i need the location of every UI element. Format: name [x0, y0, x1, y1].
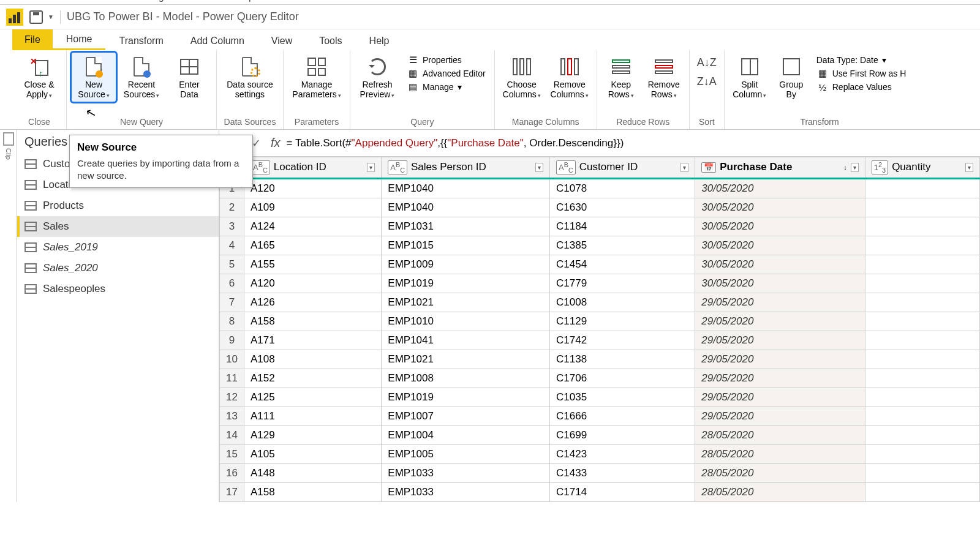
- cell-salesperson[interactable]: EMP1019: [382, 388, 550, 407]
- cell-salesperson[interactable]: EMP1040: [382, 178, 550, 198]
- cell-date[interactable]: 30/05/2020: [695, 198, 865, 217]
- cell-quantity[interactable]: [865, 236, 979, 255]
- table-row[interactable]: 15A105EMP1005C142328/05/2020: [220, 444, 980, 463]
- cell-quantity[interactable]: [865, 178, 979, 198]
- column-filter-icon[interactable]: ▾: [851, 163, 859, 172]
- cell-quantity[interactable]: [865, 293, 979, 312]
- row-number[interactable]: 9: [220, 331, 244, 350]
- row-number[interactable]: 10: [220, 350, 244, 369]
- save-icon[interactable]: [29, 10, 43, 24]
- cell-location[interactable]: A158: [244, 482, 382, 501]
- cell-date[interactable]: 29/05/2020: [695, 350, 865, 369]
- cell-location[interactable]: A158: [244, 312, 382, 331]
- cell-location[interactable]: A120: [244, 274, 382, 293]
- paste-icon[interactable]: [3, 132, 14, 146]
- row-number[interactable]: 5: [220, 255, 244, 274]
- cell-customer[interactable]: C1779: [550, 274, 695, 293]
- column-header[interactable]: ABCCustomer ID▾: [550, 157, 695, 179]
- tab-tools[interactable]: Tools: [306, 32, 355, 50]
- cell-customer[interactable]: C1433: [550, 463, 695, 482]
- tab-view[interactable]: View: [258, 32, 306, 50]
- cell-location[interactable]: A108: [244, 350, 382, 369]
- table-row[interactable]: 7A126EMP1021C100829/05/2020: [220, 293, 980, 312]
- cell-location[interactable]: A109: [244, 198, 382, 217]
- table-row[interactable]: 3A124EMP1031C118430/05/2020: [220, 217, 980, 236]
- table-row[interactable]: 1A120EMP1040C107830/05/2020: [220, 178, 980, 198]
- cell-quantity[interactable]: [865, 274, 979, 293]
- cell-date[interactable]: 29/05/2020: [695, 388, 865, 407]
- cell-date[interactable]: 28/05/2020: [695, 444, 865, 463]
- table-row[interactable]: 2A109EMP1040C163030/05/2020: [220, 198, 980, 217]
- column-header[interactable]: ABCLocation ID▾: [244, 157, 382, 179]
- cell-date[interactable]: 29/05/2020: [695, 369, 865, 388]
- table-row[interactable]: 12A125EMP1019C103529/05/2020: [220, 388, 980, 407]
- cell-customer[interactable]: C1129: [550, 312, 695, 331]
- table-row[interactable]: 16A148EMP1033C143328/05/2020: [220, 463, 980, 482]
- data-grid[interactable]: ▾ABCLocation ID▾ABCSales Person ID▾ABCCu…: [219, 157, 980, 502]
- cell-customer[interactable]: C1630: [550, 198, 695, 217]
- refresh-preview-button[interactable]: Refresh Preview▾: [355, 53, 399, 102]
- column-filter-icon[interactable]: ▾: [367, 163, 375, 172]
- cell-quantity[interactable]: [865, 217, 979, 236]
- cell-quantity[interactable]: [865, 369, 979, 388]
- type-icon[interactable]: ABC: [388, 160, 407, 174]
- keep-rows-button[interactable]: Keep Rows▾: [602, 53, 640, 102]
- advanced-editor-button[interactable]: ▦Advanced Editor: [403, 67, 489, 80]
- row-number[interactable]: 15: [220, 444, 244, 463]
- row-number[interactable]: 6: [220, 274, 244, 293]
- cell-quantity[interactable]: [865, 198, 979, 217]
- enter-data-button[interactable]: Enter Data: [167, 53, 211, 102]
- data-type-button[interactable]: Data Type: Date▾: [813, 54, 910, 66]
- query-item[interactable]: Products: [17, 195, 219, 216]
- table-row[interactable]: 9A171EMP1041C174229/05/2020: [220, 331, 980, 350]
- sort-desc-icon[interactable]: Z↓A: [697, 75, 717, 88]
- cell-location[interactable]: A105: [244, 444, 382, 463]
- query-item[interactable]: Salespeoples: [17, 279, 219, 299]
- row-number[interactable]: 16: [220, 463, 244, 482]
- column-header[interactable]: 123Quantity▾: [865, 157, 979, 179]
- cell-date[interactable]: 30/05/2020: [695, 178, 865, 198]
- close-apply-button[interactable]: ✕↑ Close & Apply▾: [17, 53, 61, 102]
- table-row[interactable]: 4A165EMP1015C138530/05/2020: [220, 236, 980, 255]
- qat-dropdown-icon[interactable]: ▼: [48, 13, 54, 20]
- cell-salesperson[interactable]: EMP1041: [382, 331, 550, 350]
- cell-quantity[interactable]: [865, 407, 979, 425]
- cell-salesperson[interactable]: EMP1010: [382, 312, 550, 331]
- fx-icon[interactable]: fx: [271, 136, 281, 150]
- cell-salesperson[interactable]: EMP1033: [382, 482, 550, 501]
- row-number[interactable]: 11: [220, 369, 244, 388]
- type-icon[interactable]: 📅: [701, 162, 716, 173]
- manage-query-button[interactable]: ▤Manage▾: [403, 81, 489, 93]
- cell-customer[interactable]: C1706: [550, 369, 695, 388]
- row-number[interactable]: 4: [220, 236, 244, 255]
- cell-customer[interactable]: C1742: [550, 331, 695, 350]
- cell-customer[interactable]: C1454: [550, 255, 695, 274]
- cell-salesperson[interactable]: EMP1021: [382, 293, 550, 312]
- cell-date[interactable]: 30/05/2020: [695, 236, 865, 255]
- cell-location[interactable]: A148: [244, 463, 382, 482]
- cell-customer[interactable]: C1138: [550, 350, 695, 369]
- row-number[interactable]: 17: [220, 482, 244, 501]
- query-item[interactable]: Sales_2020: [17, 258, 219, 279]
- cell-location[interactable]: A129: [244, 425, 382, 444]
- cell-date[interactable]: 29/05/2020: [695, 293, 865, 312]
- table-row[interactable]: 17A158EMP1033C171428/05/2020: [220, 482, 980, 501]
- cell-quantity[interactable]: [865, 350, 979, 369]
- query-item[interactable]: Sales: [17, 216, 219, 237]
- cell-customer[interactable]: C1078: [550, 178, 695, 198]
- type-icon[interactable]: 123: [872, 160, 888, 174]
- cell-salesperson[interactable]: EMP1021: [382, 350, 550, 369]
- table-row[interactable]: 14A129EMP1004C169928/05/2020: [220, 425, 980, 444]
- cell-location[interactable]: A152: [244, 369, 382, 388]
- column-header[interactable]: 📅Purchase Date↓▾: [695, 157, 865, 179]
- cell-location[interactable]: A171: [244, 331, 382, 350]
- cell-date[interactable]: 30/05/2020: [695, 217, 865, 236]
- tab-help[interactable]: Help: [356, 32, 403, 50]
- cell-date[interactable]: 29/05/2020: [695, 331, 865, 350]
- table-row[interactable]: 10A108EMP1021C113829/05/2020: [220, 350, 980, 369]
- remove-columns-button[interactable]: Remove Columns▾: [548, 53, 592, 102]
- cell-customer[interactable]: C1423: [550, 444, 695, 463]
- table-row[interactable]: 13A111EMP1007C166629/05/2020: [220, 407, 980, 425]
- cell-location[interactable]: A111: [244, 407, 382, 425]
- cell-quantity[interactable]: [865, 463, 979, 482]
